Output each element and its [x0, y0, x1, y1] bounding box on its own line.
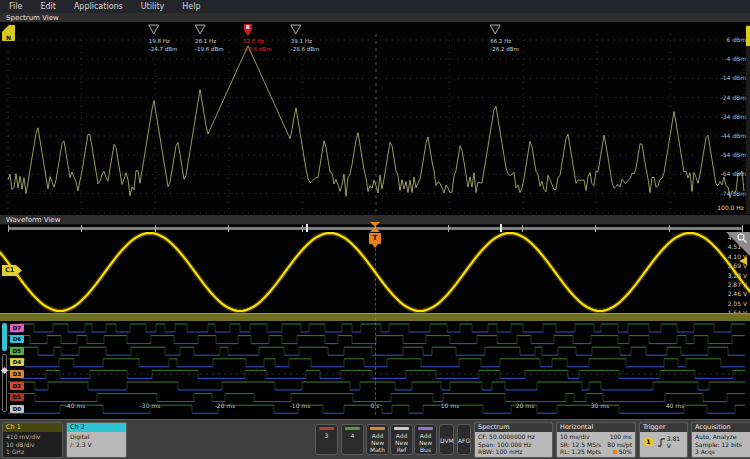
trace-handle-triangle-icon [2, 25, 9, 32]
trigger-position-line [375, 233, 376, 415]
waveform-y-axis-label: 2.46 V [728, 290, 748, 297]
horizontal-badge-cell: 10 ms/div [560, 433, 590, 441]
spectrum-marker[interactable]: 66.2 Hz-26.2 dBm [490, 25, 519, 52]
horizontal-badge-row: SR: 12.5 MS/s80 ns/pt [560, 441, 632, 449]
menu-item-file[interactable]: File [0, 2, 31, 11]
waveform-view-title[interactable]: Waveform View [6, 216, 60, 224]
4-button[interactable]: 4 [341, 424, 364, 455]
button-label: 3 [325, 432, 329, 439]
digital-high-trace[interactable] [8, 324, 745, 405]
spectrum-badge[interactable]: Spectrum CF: 50.0000000 HzSpan: 100.000 … [474, 422, 553, 458]
digital-channel-label-d2[interactable]: D2 [10, 382, 24, 390]
ruler-tick-icon [448, 225, 449, 232]
channel-1-badge-line: 10 dB/div [6, 441, 59, 449]
trace-handle-label: N [2, 34, 15, 41]
ruler-tick-icon [81, 225, 82, 232]
expansion-point-icon[interactable] [369, 222, 381, 233]
acquisition-badge-body: Auto, AnalyzeSample: 12 bits3 Acqs [692, 432, 750, 457]
spectrum-scrollbar[interactable] [746, 24, 750, 214]
menu-item-help[interactable]: Help [173, 2, 209, 11]
acquisition-badge[interactable]: Acquisition Auto, AnalyzeSample: 12 bits… [691, 422, 750, 458]
spectrum-view-title[interactable]: Spectrum View [6, 14, 59, 22]
button-label: Add New Math [370, 432, 385, 453]
marker-frequency: 32.6 Hz [243, 38, 264, 44]
spectrum-y-axis-label: -54 dBm [721, 151, 747, 158]
time-axis-label: -30 ms [140, 402, 161, 409]
digital-edges [19, 324, 735, 413]
badge-bar: Ch 1 410 mV/div10 dB/div1 GHz Ch 2 Digit… [0, 419, 750, 459]
digital-channel-label-d4[interactable]: D4 [10, 358, 24, 366]
ruler-tick-icon [302, 225, 303, 232]
ruler-tick-icon [8, 225, 9, 232]
button-color-stripe [345, 427, 360, 430]
horizontal-badge-row: 10 ms/div100 ms [560, 433, 632, 441]
horizontal-badge-cell: SR: 12.5 MS/s [560, 441, 601, 449]
digital-group-handle-lower[interactable] [2, 354, 7, 412]
button-label: AFG [458, 437, 470, 444]
ruler-tick-icon [522, 225, 523, 232]
horizontal-badge-title: Horizontal [557, 423, 635, 432]
marker-amplitude: -19.6 dBm [195, 46, 224, 52]
time-axis-label: 20 ms [516, 402, 535, 409]
spectrum-scrollbar-thumb[interactable] [746, 26, 750, 46]
menu-item-utility[interactable]: Utility [132, 2, 174, 11]
digital-channel-label-d6[interactable]: D6 [10, 335, 24, 343]
trigger-level-arrow-icon[interactable] [739, 257, 747, 265]
channel-2-badge-line: Digital [70, 433, 123, 441]
add-new-math-button[interactable]: Add New Math [366, 424, 389, 455]
horizontal-badge[interactable]: Horizontal 10 ms/div100 msSR: 12.5 MS/s8… [556, 422, 636, 458]
button-label: Add New Ref [395, 432, 408, 453]
spectrum-y-axis-label: -14 dBm [721, 74, 747, 81]
marker-frequency: 26.1 Hz [195, 38, 216, 44]
oscilloscope-app: FileEditApplicationsUtilityHelp Spectrum… [0, 0, 750, 459]
button-color-stripe [370, 427, 385, 430]
add-new-bus-button[interactable]: Add New Bus [414, 424, 437, 455]
channel-1-badge-line: 410 mV/div [6, 433, 59, 441]
acquisition-badge-line: Auto, Analyze [695, 433, 750, 441]
dvm-button[interactable]: DVM [439, 424, 454, 455]
rising-edge-icon [657, 438, 665, 447]
waveform-y-axis-label: 2.87 V [728, 281, 748, 288]
button-label: Add New Bus [419, 432, 432, 453]
spectrum-y-axis-label: -24 dBm [721, 94, 747, 101]
digital-channel-label-d7[interactable]: D7 [10, 324, 24, 332]
spectrum-plot[interactable]: 6 dBm-4 dBm-14 dBm-24 dBm-34 dBm-44 dBm-… [0, 22, 750, 215]
spectrum-reference-marker[interactable]: R32.6 Hz-13.6 dBm [243, 24, 272, 52]
marker-frequency: 66.2 Hz [490, 38, 511, 44]
channel-1-badge[interactable]: Ch 1 410 mV/div10 dB/div1 GHz [2, 422, 63, 458]
spectrum-marker[interactable]: 19.8 Hz-24.7 dBm [149, 25, 178, 52]
spectrum-y-axis-label: -34 dBm [721, 113, 747, 120]
waveform-y-axis-label: 2.05 V [728, 300, 748, 307]
digital-channel-label-d1[interactable]: D1 [10, 393, 24, 401]
menu-bar: FileEditApplicationsUtilityHelp [0, 0, 750, 14]
ruler-tick-icon [595, 225, 596, 232]
spectrum-marker[interactable]: 26.1 Hz-19.6 dBm [195, 25, 224, 52]
spectrum-trace-handle[interactable]: N [2, 25, 15, 41]
channel-1-badge-title: Ch 1 [3, 423, 62, 432]
digital-channel-label-d5[interactable]: D5 [10, 347, 24, 355]
menu-item-edit[interactable]: Edit [31, 2, 65, 11]
trigger-position-flag[interactable]: T [369, 233, 381, 244]
spectrum-badge-title: Spectrum [475, 423, 552, 432]
spectrum-badge-line: Span: 100.000 Hz [478, 441, 549, 449]
digital-group-handle[interactable] [2, 323, 7, 351]
trigger-badge[interactable]: Trigger 1 3.81 V [639, 422, 688, 458]
add-new-ref-button[interactable]: Add New Ref [390, 424, 413, 455]
reference-marker-label: R [246, 24, 250, 30]
channel-2-badge[interactable]: Ch 2 Digital∕: 2.3 V [66, 422, 127, 458]
horizontal-position-icon [613, 450, 617, 454]
afg-button[interactable]: AFG [457, 424, 471, 455]
time-axis-label: 10 ms [441, 402, 460, 409]
spectrum-badge-body: CF: 50.0000000 HzSpan: 100.000 HzRBW: 10… [475, 432, 552, 457]
waveform-y-axis-label: 3.28 V [728, 272, 748, 279]
menu-item-applications[interactable]: Applications [65, 2, 132, 11]
3-button[interactable]: 3 [315, 424, 338, 455]
digital-channel-label-d3[interactable]: D3 [10, 370, 24, 378]
spectrum-y-axis-label: 6 dBm [727, 36, 747, 43]
digital-channel-label-d0[interactable]: D0 [10, 405, 24, 413]
spectrum-marker[interactable]: 39.1 Hz-28.6 dBm [291, 25, 320, 52]
trigger-source-pill: 1 [643, 438, 654, 446]
acquisition-badge-title: Acquisition [692, 423, 750, 432]
ruler-tick-icon [228, 225, 229, 232]
button-color-stripe [418, 427, 433, 430]
